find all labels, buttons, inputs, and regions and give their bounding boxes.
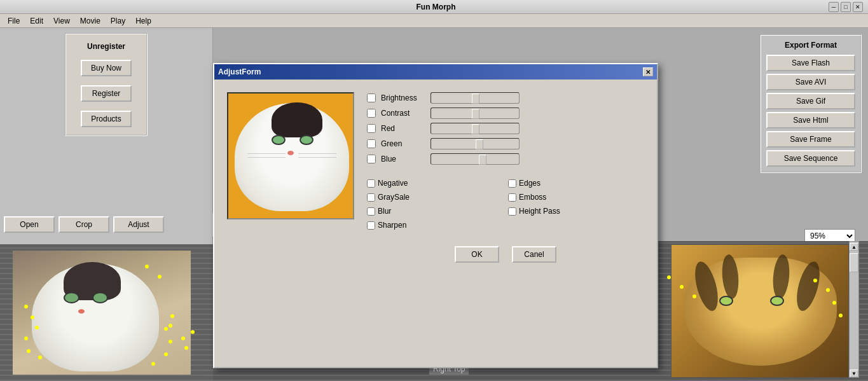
blue-checkbox[interactable]: [367, 155, 376, 163]
morph-dot: [184, 346, 188, 350]
ok-button[interactable]: OK: [455, 246, 499, 263]
save-sequence-button[interactable]: Save Sequence: [766, 150, 855, 167]
dialog-buttons: OK Canel: [367, 246, 644, 263]
register-button[interactable]: Register: [81, 85, 132, 102]
open-button[interactable]: Open: [4, 216, 55, 233]
morph-dot: [813, 279, 817, 282]
morph-dot: [692, 294, 696, 298]
blue-thumb[interactable]: [479, 155, 486, 165]
buy-now-button[interactable]: Buy Now: [81, 60, 132, 76]
blur-checkbox[interactable]: [367, 207, 375, 216]
save-html-button[interactable]: Save Html: [766, 112, 855, 128]
sharpen-item: Sharpen: [367, 221, 503, 230]
emboss-label: Emboss: [519, 193, 546, 202]
blue-label: Blue: [381, 155, 425, 163]
edges-label: Edges: [519, 179, 541, 188]
products-button[interactable]: Products: [81, 111, 132, 127]
title-bar: Fun Morph ─ □ ✕: [0, 0, 868, 14]
minimize-button[interactable]: ─: [829, 2, 839, 12]
blur-item: Blur: [367, 207, 503, 216]
blue-row: Blue: [367, 153, 644, 165]
morph-dot: [667, 275, 671, 279]
menu-play[interactable]: Play: [106, 15, 130, 27]
negative-item: Negative: [367, 179, 503, 188]
brightness-label: Brightness: [381, 94, 425, 102]
sharpen-checkbox[interactable]: [367, 221, 375, 230]
close-window-button[interactable]: ✕: [853, 2, 863, 12]
heightpass-label: Height Pass: [519, 207, 560, 216]
edges-item: Edges: [508, 179, 644, 188]
blue-track[interactable]: [431, 153, 520, 165]
green-label: Green: [381, 139, 425, 148]
morph-dot: [164, 327, 168, 331]
left-image-area: [0, 244, 213, 381]
unregister-box: Unregister Buy Now Register Products: [65, 33, 148, 136]
morph-dot: [832, 301, 836, 305]
emboss-checkbox[interactable]: [508, 193, 516, 202]
negative-checkbox[interactable]: [367, 179, 375, 188]
morph-dot: [24, 336, 28, 340]
save-frame-button[interactable]: Save Frame: [766, 131, 855, 148]
brightness-track[interactable]: [431, 92, 520, 104]
left-panel: Unregister Buy Now Register Products Ope…: [0, 28, 213, 381]
save-avi-button[interactable]: Save AVI: [766, 74, 855, 90]
morph-dot: [164, 352, 168, 356]
vertical-scrollbar[interactable]: ▲ ▼: [849, 241, 859, 378]
edges-checkbox[interactable]: [508, 179, 516, 188]
maximize-button[interactable]: □: [841, 2, 851, 12]
menu-edit[interactable]: Edit: [25, 15, 48, 27]
contrast-track[interactable]: [431, 107, 520, 119]
red-checkbox[interactable]: [367, 124, 376, 133]
heightpass-checkbox[interactable]: [508, 207, 516, 216]
morph-dot: [680, 285, 684, 289]
contrast-thumb[interactable]: [472, 109, 479, 119]
morph-dot: [170, 314, 174, 318]
cancel-button[interactable]: Canel: [512, 246, 556, 263]
save-gif-button[interactable]: Save Gif: [766, 93, 855, 109]
green-checkbox[interactable]: [367, 139, 376, 148]
contrast-label: Contrast: [381, 109, 425, 118]
scroll-thumb-v[interactable]: [850, 253, 858, 272]
red-thumb[interactable]: [472, 124, 479, 134]
morph-dot: [158, 275, 162, 279]
green-row: Green: [367, 138, 644, 149]
menu-bar: File Edit View Movie Play Help: [0, 14, 868, 28]
graysale-checkbox[interactable]: [367, 193, 375, 202]
morph-dot: [169, 340, 172, 343]
red-label: Red: [381, 124, 425, 133]
morph-dot: [31, 315, 34, 319]
menu-view[interactable]: View: [48, 15, 75, 27]
menu-file[interactable]: File: [3, 15, 25, 27]
morph-dot: [145, 265, 149, 268]
contrast-row: Contrast: [367, 107, 644, 119]
tiger-image: [671, 244, 849, 378]
menu-movie[interactable]: Movie: [75, 15, 106, 27]
emboss-item: Emboss: [508, 193, 644, 202]
adjust-dialog: AdjustForm ✕: [213, 63, 658, 368]
unregister-title: Unregister: [87, 42, 125, 51]
brightness-checkbox[interactable]: [367, 94, 376, 102]
green-track[interactable]: [431, 138, 520, 149]
dialog-preview-image: [227, 92, 354, 219]
red-track[interactable]: [431, 123, 520, 134]
effect-checkboxes: Negative Edges GraySale Emboss: [367, 179, 644, 230]
green-thumb[interactable]: [476, 139, 483, 149]
morph-dot: [181, 336, 185, 340]
main-content: Unregister Buy Now Register Products Ope…: [0, 28, 868, 381]
save-flash-button[interactable]: Save Flash: [766, 55, 855, 71]
morph-dot: [38, 356, 42, 359]
brightness-thumb[interactable]: [472, 94, 479, 104]
contrast-checkbox[interactable]: [367, 109, 376, 118]
morph-dot: [35, 326, 39, 329]
dialog-titlebar: AdjustForm ✕: [214, 64, 657, 80]
morph-dot: [839, 314, 843, 317]
negative-label: Negative: [378, 179, 408, 188]
crop-button[interactable]: Crop: [59, 216, 109, 233]
dialog-close-button[interactable]: ✕: [643, 67, 653, 76]
adjust-button[interactable]: Adjust: [113, 216, 164, 233]
menu-help[interactable]: Help: [130, 15, 156, 27]
morph-dot: [24, 305, 28, 308]
dialog-title: AdjustForm: [218, 67, 261, 76]
window-controls: ─ □ ✕: [829, 2, 863, 12]
morph-dot: [826, 288, 830, 292]
